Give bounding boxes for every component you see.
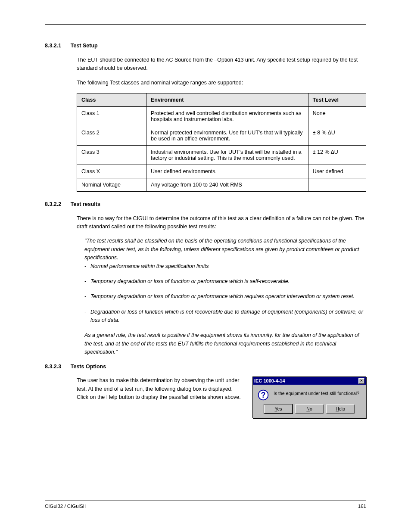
- section-title: Test results: [71, 201, 100, 207]
- cell-env: Industrial environments. Use for UUT's t…: [146, 145, 308, 165]
- section-heading-3: 8.3.2.3 Tests Options: [45, 363, 366, 371]
- footer-left: CIGui32 / CIGuiSII: [45, 504, 86, 509]
- question-icon: ?: [257, 389, 269, 401]
- table-header-row: Class Environment Test Level: [77, 93, 366, 106]
- quote-item: Temporary degradation or loss of functio…: [84, 277, 366, 286]
- dialog-figure: IEC 1000-4-14 × ? Is the equipment under…: [252, 376, 366, 418]
- svg-text:?: ?: [261, 391, 266, 399]
- page-footer: CIGui32 / CIGuiSII 161: [45, 501, 366, 509]
- dialog-title: IEC 1000-4-14: [254, 378, 285, 383]
- section-heading-1: 8.3.2.1 Test Setup: [45, 42, 366, 50]
- th-class: Class: [77, 93, 146, 106]
- cell-level: None: [308, 106, 366, 126]
- quote-item: Degradation or loss of function which is…: [84, 308, 366, 325]
- cell-level: User defined.: [308, 165, 366, 178]
- top-rule: [45, 24, 366, 25]
- section-heading-2: 8.3.2.2 Test results: [45, 200, 366, 208]
- cell-class: Class 2: [77, 126, 146, 145]
- cell-env: Protected and well controlled distributi…: [146, 106, 308, 126]
- dialog-titlebar: IEC 1000-4-14 ×: [253, 377, 366, 385]
- section-title: Tests Options: [71, 364, 106, 370]
- cell-level: ± 8 % ΔU: [308, 126, 366, 145]
- class-table: Class Environment Test Level Class 1 Pro…: [77, 93, 366, 192]
- no-button[interactable]: No: [295, 404, 324, 414]
- section-num: 8.3.2.3: [45, 364, 61, 370]
- close-icon[interactable]: ×: [358, 378, 364, 384]
- cell-env: Any voltage from 100 to 240 Volt RMS: [146, 178, 308, 191]
- yes-label-rest: es: [277, 406, 282, 411]
- table-row: Class 3 Industrial environments. Use for…: [77, 145, 366, 165]
- cell-class: Nominal Voltage: [77, 178, 146, 191]
- footer-right: 161: [358, 504, 366, 509]
- cell-class: Class 1: [77, 106, 146, 126]
- section-num: 8.3.2.2: [45, 201, 61, 207]
- quote-item: Normal performance within the specificat…: [84, 262, 366, 271]
- section-num: 8.3.2.1: [45, 43, 61, 49]
- results-para: There is no way for the CIGUI to determi…: [77, 215, 366, 231]
- setup-para-2: The following Test classes and nominal v…: [77, 79, 366, 87]
- cell-env: Normal protected environments. Use for U…: [146, 126, 308, 145]
- cell-class: Class 3: [77, 145, 146, 165]
- cell-env: User defined environments.: [146, 165, 308, 178]
- yes-button[interactable]: Yes: [264, 404, 293, 414]
- table-row: Class X User defined environments. User …: [77, 165, 366, 178]
- table-row: Class 1 Protected and well controlled di…: [77, 106, 366, 126]
- quote-item: Temporary degradation or loss of functio…: [84, 292, 366, 301]
- cell-level: ± 12 % ΔU: [308, 145, 366, 165]
- table-row: Class 2 Normal protected environments. U…: [77, 126, 366, 145]
- table-row: Nominal Voltage Any voltage from 100 to …: [77, 178, 366, 191]
- help-label-rest: elp: [339, 406, 345, 411]
- cell-class: Class X: [77, 165, 146, 178]
- quote-tail: As a general rule, the test result is po…: [84, 331, 366, 356]
- th-level: Test Level: [308, 93, 366, 106]
- no-label-rest: o: [310, 406, 312, 411]
- section-title: Test Setup: [71, 43, 98, 49]
- cell-level: [308, 178, 366, 191]
- quote-list: Normal performance within the specificat…: [84, 262, 366, 325]
- dialog-text: Is the equipment under test still functi…: [274, 389, 359, 397]
- help-button[interactable]: Help: [326, 404, 355, 414]
- setup-para-1: The EUT should be connected to the AC So…: [77, 56, 366, 73]
- quote-lead: "The test results shall be classified on…: [84, 237, 366, 262]
- dialog-window: IEC 1000-4-14 × ? Is the equipment under…: [252, 376, 366, 418]
- th-env: Environment: [146, 93, 308, 106]
